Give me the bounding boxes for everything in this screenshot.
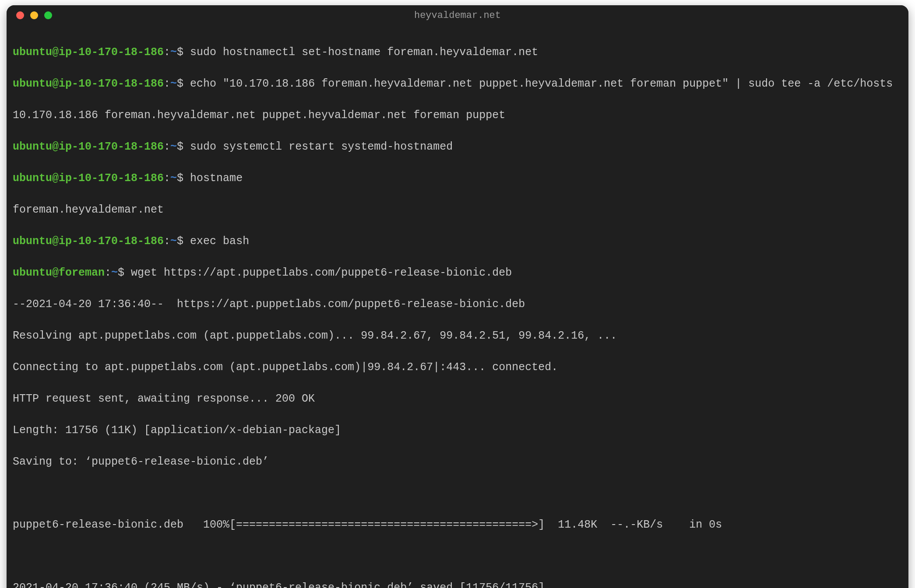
prompt-path: ~ [170,140,177,153]
prompt-line: ubuntu@foreman:~$ wget https://apt.puppe… [13,265,902,281]
command-text: sudo hostnamectl set-hostname foreman.he… [190,46,538,59]
output-line: Connecting to apt.puppetlabs.com (apt.pu… [13,360,902,375]
prompt-path: ~ [111,266,118,279]
prompt-user: ubuntu@ip-10-170-18-186 [13,172,164,185]
prompt-user: ubuntu@ip-10-170-18-186 [13,235,164,248]
output-line: Length: 11756 (11K) [application/x-debia… [13,423,902,438]
prompt-path: ~ [170,46,177,59]
prompt-line: ubuntu@ip-10-170-18-186:~$ sudo hostname… [13,45,902,60]
terminal-body[interactable]: ubuntu@ip-10-170-18-186:~$ sudo hostname… [7,25,908,588]
output-line: puppet6-release-bionic.deb 100%[========… [13,517,902,533]
window-title: heyvaldemar.net [7,10,908,21]
prompt-user: ubuntu@ip-10-170-18-186 [13,46,164,59]
command-text: echo "10.170.18.186 foreman.heyvaldemar.… [190,77,893,90]
prompt-line: ubuntu@ip-10-170-18-186:~$ exec bash [13,234,902,249]
command-text: wget https://apt.puppetlabs.com/puppet6-… [131,266,512,279]
output-line: --2021-04-20 17:36:40-- https://apt.pupp… [13,297,902,312]
output-line: Resolving apt.puppetlabs.com (apt.puppet… [13,328,902,344]
command-text: hostname [190,172,243,185]
prompt-path: ~ [170,235,177,248]
minimize-icon[interactable] [30,11,38,19]
output-line: Saving to: ‘puppet6-release-bionic.deb’ [13,454,902,470]
prompt-user: ubuntu@ip-10-170-18-186 [13,140,164,153]
prompt-line: ubuntu@ip-10-170-18-186:~$ hostname [13,171,902,186]
output-line: foreman.heyvaldemar.net [13,202,902,218]
prompt-line: ubuntu@ip-10-170-18-186:~$ sudo systemct… [13,139,902,155]
output-line [13,549,902,564]
traffic-lights [7,11,52,19]
window-titlebar: heyvaldemar.net [7,5,908,25]
zoom-icon[interactable] [44,11,52,19]
output-line [13,486,902,501]
command-text: sudo systemctl restart systemd-hostnamed [190,140,453,153]
prompt-path: ~ [170,172,177,185]
output-line: 2021-04-20 17:36:40 (245 MB/s) - ‘puppet… [13,580,902,588]
prompt-user: ubuntu@ip-10-170-18-186 [13,77,164,90]
output-line: HTTP request sent, awaiting response... … [13,391,902,407]
prompt-path: ~ [170,77,177,90]
prompt-user: ubuntu@foreman [13,266,105,279]
command-text: exec bash [190,235,249,248]
output-line: 10.170.18.186 foreman.heyvaldemar.net pu… [13,108,902,123]
terminal-window: heyvaldemar.net ubuntu@ip-10-170-18-186:… [7,5,908,588]
close-icon[interactable] [16,11,24,19]
prompt-line: ubuntu@ip-10-170-18-186:~$ echo "10.170.… [13,76,902,92]
